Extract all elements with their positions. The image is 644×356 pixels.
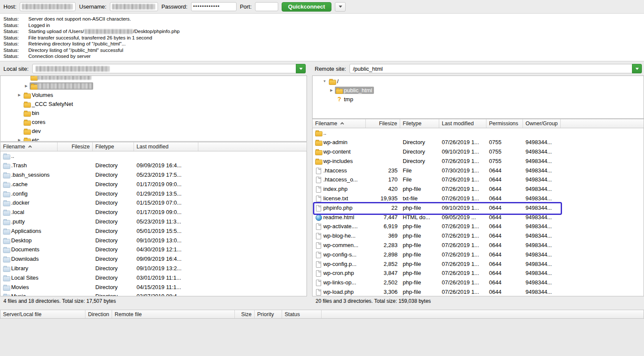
file-row[interactable]: .bash_sessionsDirectory05/23/2019 17:5..…: [0, 170, 307, 180]
column-header-direction[interactable]: Direction: [85, 310, 112, 318]
expand-arrow-icon[interactable]: ▶: [16, 91, 23, 100]
file-row[interactable]: DownloadsDirectory09/09/2019 16:4...: [0, 254, 307, 264]
unknown-folder-icon: [336, 96, 343, 103]
file-row[interactable]: DocumentsDirectory04/30/2019 12:1...: [0, 245, 307, 254]
column-header-remote-file[interactable]: Remote file: [112, 310, 235, 318]
expand-arrow-icon[interactable]: ▶: [23, 81, 30, 91]
column-header-size[interactable]: Size: [235, 310, 255, 318]
file-row[interactable]: DesktopDirectory09/10/2019 13:0...: [0, 235, 307, 245]
file-row[interactable]: readme.html7,447HTML do...09/05/2019 ...…: [313, 212, 644, 222]
expand-arrow-icon[interactable]: ▶: [328, 86, 335, 95]
collapse-arrow-icon[interactable]: ▼: [321, 77, 328, 86]
tree-label-text: tmp: [344, 96, 353, 103]
tree-item-redacted[interactable]: [0, 75, 307, 81]
file-row[interactable]: wp-commen...2,283php-file07/26/2019 1...…: [313, 241, 644, 250]
type-cell: Directory: [93, 226, 134, 235]
size-cell: 2,283: [366, 241, 400, 250]
column-header-status[interactable]: Status: [282, 310, 322, 318]
local-site-dropdown-button[interactable]: [296, 64, 306, 73]
tree-item-etc[interactable]: ▶etc: [0, 136, 307, 142]
filename-cell: wp-blog-he...: [313, 231, 366, 241]
file-row[interactable]: phpinfo.php22php-file09/10/2019 1...0644…: [313, 203, 644, 212]
owner-cell: 9498344...: [523, 203, 561, 212]
file-row[interactable]: .TrashDirectory09/09/2019 16:4...: [0, 161, 307, 170]
tree-item-public-html[interactable]: ▶public_html: [313, 86, 644, 95]
file-row[interactable]: MoviesDirectory04/15/2019 11:1...: [0, 282, 307, 292]
file-row[interactable]: .cacheDirectory01/17/2019 09:0...: [0, 179, 307, 189]
tree-item-bin[interactable]: bin: [0, 109, 307, 118]
column-header-owner-group[interactable]: Owner/Group: [523, 119, 561, 128]
file-row[interactable]: wp-includesDirectory07/26/2019 1...07559…: [313, 156, 644, 166]
log-message: Server does not support non-ASCII charac…: [28, 16, 131, 22]
column-header-server-local-file[interactable]: Server/Local file: [0, 310, 85, 318]
tree-item--[interactable]: ▼/: [313, 77, 644, 86]
column-header-filler: [561, 119, 644, 128]
file-row[interactable]: wp-activate....6,919php-file07/26/2019 1…: [313, 222, 644, 231]
file-row[interactable]: Local SitesDirectory03/01/2019 11:1...: [0, 273, 307, 282]
column-header-filename[interactable]: Filename: [313, 119, 366, 128]
file-row[interactable]: ..: [313, 128, 644, 138]
file-row[interactable]: .htaccess235File07/30/2019 1...064494983…: [313, 166, 644, 175]
folder-icon: [24, 128, 30, 134]
username-input[interactable]: [110, 2, 158, 11]
tree-item-volumes[interactable]: ▶Volumes: [0, 91, 307, 100]
column-header-filesize[interactable]: Filesize: [366, 119, 400, 128]
file-row[interactable]: LibraryDirectory09/10/2019 13:2...: [0, 264, 307, 273]
column-header-last-modified[interactable]: Last modified: [439, 119, 486, 128]
file-row[interactable]: wp-config.p...2,852php-file07/26/2019 1.…: [313, 259, 644, 269]
type-cell: Directory: [93, 264, 134, 273]
tree-item-dev[interactable]: dev: [0, 127, 307, 136]
file-row[interactable]: .htaccess_o...170File07/26/2019 1...0644…: [313, 175, 644, 184]
filename-cell: wp-includes: [313, 156, 366, 166]
remote-site-combobox[interactable]: /public_html: [349, 64, 642, 73]
file-row[interactable]: wp-links-op...2,502php-file07/26/2019 1.…: [313, 278, 644, 287]
file-row[interactable]: MusicDirectory03/07/2019 08:4...: [0, 292, 307, 296]
column-header-filetype[interactable]: Filetype: [400, 119, 439, 128]
filename-text: Local Sites: [11, 275, 39, 281]
file-row[interactable]: wp-cron.php3,847php-file07/26/2019 1...0…: [313, 269, 644, 278]
tree-item-tmp[interactable]: tmp: [313, 95, 644, 104]
tree-item-cores[interactable]: cores: [0, 118, 307, 127]
folder-icon: [3, 190, 10, 197]
modified-cell: 07/26/2019 1...: [439, 156, 486, 166]
tree-item--ccc-safetynet[interactable]: _CCC SafetyNet: [0, 100, 307, 109]
file-row[interactable]: .puttyDirectory05/23/2019 11:3...: [0, 217, 307, 226]
file-row[interactable]: wp-adminDirectory07/26/2019 1...07559498…: [313, 138, 644, 147]
file-row[interactable]: wp-load.php3,306php-file07/26/2019 1...0…: [313, 287, 644, 296]
file-row[interactable]: .configDirectory01/29/2019 13:5...: [0, 189, 307, 198]
tree-label-text: bin: [32, 110, 39, 116]
file-row[interactable]: wp-config-s...2,898php-file07/26/2019 1.…: [313, 250, 644, 259]
column-header-priority[interactable]: Priority: [255, 310, 282, 318]
file-row[interactable]: wp-blog-he...369php-file07/26/2019 1...0…: [313, 231, 644, 241]
type-cell: php-file: [400, 278, 439, 287]
column-header-filetype[interactable]: Filetype: [93, 142, 134, 151]
column-header-last-modified[interactable]: Last modified: [134, 142, 198, 151]
modified-cell: 01/17/2019 09:0...: [134, 208, 198, 217]
html-doc-icon: [315, 214, 322, 220]
file-row[interactable]: wp-contentDirectory09/10/2019 1...075594…: [313, 147, 644, 157]
quickconnect-dropdown-button[interactable]: [335, 2, 346, 12]
host-input[interactable]: [20, 2, 76, 11]
file-row[interactable]: .dockerDirectory01/15/2019 07:0...: [0, 198, 307, 208]
remote-site-dropdown-button[interactable]: [632, 64, 642, 73]
owner-cell: 9498344...: [523, 147, 561, 157]
file-row[interactable]: ApplicationsDirectory05/01/2019 15:5...: [0, 226, 307, 235]
expand-arrow-icon[interactable]: ▶: [16, 136, 23, 142]
modified-cell: 05/23/2019 17:5...: [134, 170, 198, 180]
quickconnect-button[interactable]: Quickconnect: [282, 2, 331, 12]
type-cell: txt-file: [400, 194, 439, 203]
column-header-permissions[interactable]: Permissions: [486, 119, 523, 128]
size-cell: [58, 226, 93, 235]
type-cell: Directory: [93, 282, 134, 292]
file-row[interactable]: index.php420php-file07/26/2019 1...06449…: [313, 184, 644, 194]
tree-item-redacted[interactable]: ▶: [0, 81, 307, 91]
column-header-filename[interactable]: Filename: [0, 142, 58, 151]
password-input[interactable]: ••••••••••••: [191, 2, 237, 11]
local-site-combobox[interactable]: [32, 64, 306, 73]
column-header-filesize[interactable]: Filesize: [58, 142, 93, 151]
file-row[interactable]: license.txt19,935txt-file07/26/2019 1...…: [313, 194, 644, 203]
file-row[interactable]: ..: [0, 151, 307, 161]
port-input[interactable]: [255, 2, 278, 11]
file-row[interactable]: .localDirectory01/17/2019 09:0...: [0, 208, 307, 217]
chevron-down-icon: [299, 68, 303, 70]
